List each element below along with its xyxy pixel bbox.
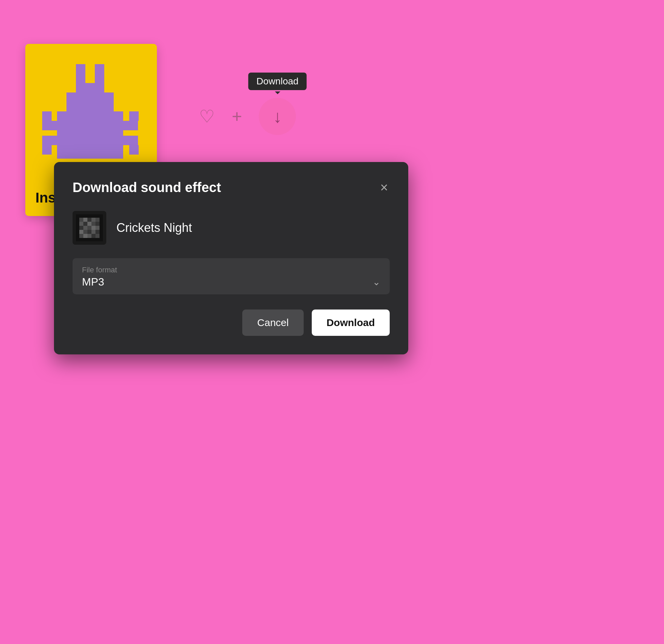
file-format-value: MP3 — [82, 276, 104, 288]
svg-rect-44 — [91, 234, 96, 238]
svg-rect-41 — [79, 234, 83, 238]
download-arrow-icon: ↓ — [273, 108, 282, 125]
svg-rect-0 — [76, 64, 85, 74]
file-format-dropdown[interactable]: File format MP3 ⌄ — [72, 258, 390, 294]
heart-icon: ♡ — [199, 108, 215, 125]
close-icon: × — [380, 180, 388, 195]
svg-rect-4 — [76, 83, 104, 93]
svg-rect-8 — [57, 121, 123, 130]
sound-name: Crickets Night — [117, 221, 192, 235]
like-button[interactable]: ♡ — [199, 108, 215, 125]
svg-rect-34 — [91, 226, 96, 230]
svg-rect-21 — [79, 218, 83, 222]
svg-rect-3 — [95, 74, 104, 83]
close-button[interactable]: × — [378, 179, 390, 196]
svg-rect-2 — [76, 74, 85, 83]
modal-title: Download sound effect — [72, 180, 221, 195]
svg-rect-39 — [91, 230, 96, 234]
svg-rect-33 — [87, 226, 91, 230]
sound-item: Crickets Night — [72, 211, 390, 245]
svg-rect-12 — [42, 121, 57, 130]
svg-rect-37 — [83, 230, 87, 234]
file-format-label: File format — [82, 266, 380, 275]
svg-rect-16 — [42, 112, 51, 121]
svg-rect-6 — [66, 102, 114, 112]
svg-rect-25 — [96, 218, 100, 222]
svg-rect-22 — [83, 218, 87, 222]
download-tooltip: Download — [248, 73, 307, 90]
svg-rect-42 — [83, 234, 87, 238]
svg-rect-24 — [91, 218, 96, 222]
plus-icon: + — [232, 108, 242, 125]
svg-rect-45 — [96, 234, 100, 238]
svg-rect-17 — [42, 145, 51, 155]
svg-rect-18 — [129, 112, 139, 121]
add-button[interactable]: + — [232, 108, 242, 125]
svg-rect-31 — [79, 226, 83, 230]
svg-rect-9 — [57, 130, 123, 140]
action-buttons-area: ♡ + Download ↓ — [199, 98, 296, 135]
bug-svg — [42, 61, 140, 176]
svg-rect-40 — [96, 230, 100, 234]
download-modal: Download sound effect × — [54, 162, 408, 355]
modal-footer: Cancel Download — [72, 309, 390, 336]
svg-rect-7 — [57, 112, 123, 121]
svg-rect-43 — [87, 234, 91, 238]
svg-rect-27 — [83, 222, 87, 226]
svg-rect-35 — [96, 226, 100, 230]
svg-rect-1 — [95, 64, 104, 74]
svg-rect-28 — [87, 222, 91, 226]
svg-rect-10 — [57, 140, 123, 149]
svg-rect-13 — [42, 136, 57, 145]
sound-thumbnail — [72, 211, 106, 245]
cancel-button[interactable]: Cancel — [242, 309, 303, 336]
download-icon-button[interactable]: Download ↓ — [259, 98, 296, 135]
svg-rect-11 — [57, 149, 123, 159]
chevron-down-icon: ⌄ — [373, 277, 380, 287]
download-button[interactable]: Download — [312, 309, 390, 336]
svg-rect-38 — [87, 230, 91, 234]
svg-rect-36 — [79, 230, 83, 234]
svg-rect-30 — [96, 222, 100, 226]
modal-header: Download sound effect × — [72, 179, 390, 196]
select-row: MP3 ⌄ — [82, 276, 380, 288]
svg-rect-32 — [83, 226, 87, 230]
svg-rect-23 — [87, 218, 91, 222]
svg-rect-14 — [123, 121, 138, 130]
svg-rect-15 — [123, 136, 138, 145]
svg-rect-5 — [66, 93, 114, 102]
svg-rect-26 — [79, 222, 83, 226]
svg-rect-29 — [91, 222, 96, 226]
svg-rect-19 — [129, 145, 139, 155]
thumbnail-svg — [76, 214, 103, 241]
